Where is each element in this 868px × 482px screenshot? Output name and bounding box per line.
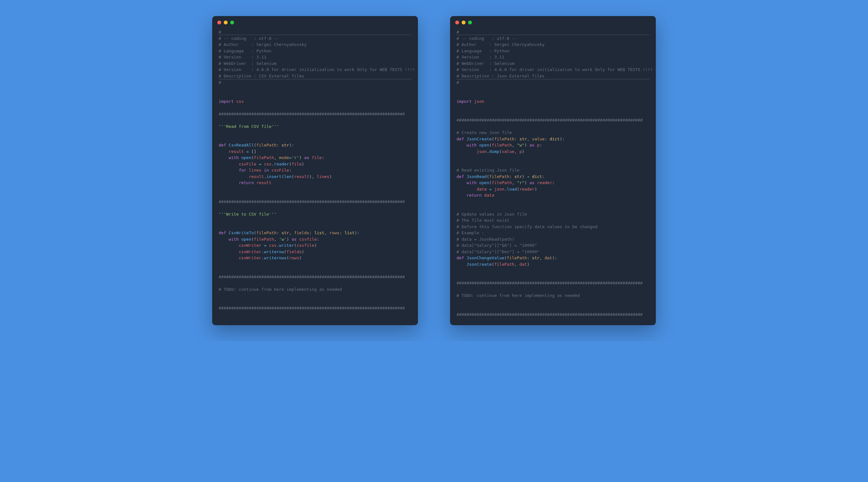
- divider: ########################################…: [219, 199, 405, 204]
- arg: filePath: [254, 237, 274, 242]
- header-line: # Version : 3.11: [457, 55, 504, 59]
- import-kw: import: [457, 99, 472, 104]
- titlebar: [450, 16, 656, 28]
- arg: dat: [520, 262, 527, 267]
- for-kw: for: [239, 168, 246, 172]
- function-name: JsonCreate: [466, 136, 492, 141]
- param: filePath: [494, 136, 515, 141]
- arg: csvfile: [297, 243, 314, 248]
- divider: ########################################…: [457, 118, 643, 122]
- header-line: # Version : 4.6.0 for driver initializat…: [457, 67, 653, 72]
- arg: p: [520, 149, 522, 154]
- comment: # data["Salary"]["QA"] = "10000": [457, 243, 537, 248]
- method: load: [507, 187, 517, 192]
- param: fields: [294, 230, 309, 235]
- variable: data: [477, 187, 487, 192]
- def-kw: def: [457, 136, 464, 141]
- arg: lines: [317, 174, 329, 179]
- method: writerow: [264, 249, 284, 254]
- header-line: # -- coding : utf-8 --: [219, 36, 279, 41]
- variable: file: [312, 155, 322, 160]
- arg: file: [291, 162, 302, 166]
- import-module: csv: [236, 99, 244, 104]
- code-block: # # -- coding : utf-8 -- # Author : Serg…: [450, 28, 656, 325]
- as-kw: as: [291, 237, 297, 242]
- type: str: [282, 143, 289, 148]
- open-fn: open: [241, 237, 251, 242]
- header-line: # Author : Sergei Chernyahovsky: [219, 42, 307, 47]
- with-kw: with: [466, 180, 476, 185]
- header-line: # WebDriver : Selenium: [219, 61, 277, 66]
- header-line: # Author : Sergei Chernyahovsky: [457, 42, 545, 47]
- variable: csvWriter: [239, 255, 261, 260]
- type: list: [344, 230, 354, 235]
- arg: value: [502, 149, 515, 154]
- import-module: json: [474, 99, 484, 104]
- def-kw: def: [457, 255, 464, 260]
- def-kw: def: [219, 230, 226, 235]
- as-kw: as: [529, 180, 535, 185]
- code-window-left: # # -- coding : utf-8 -- # Author : Serg…: [212, 16, 418, 325]
- string: 'w': [279, 237, 286, 242]
- param: filePath: [256, 143, 277, 148]
- as-kw: as: [529, 143, 535, 148]
- header-line: # -- coding : utf-8 --: [457, 36, 517, 41]
- module: csv: [269, 243, 277, 248]
- variable: reader: [537, 180, 552, 185]
- comment: # data["Salary"]["Dev"] = "10000": [457, 249, 539, 254]
- maximize-icon[interactable]: [230, 21, 234, 25]
- comment-create: # Create new Json file: [457, 130, 512, 135]
- comment: # before this function specify data valu…: [457, 224, 597, 229]
- variable: result: [249, 174, 264, 179]
- type: dict: [532, 174, 542, 179]
- type: str: [282, 230, 289, 235]
- arg: filePath: [492, 180, 512, 185]
- param: rows: [329, 230, 339, 235]
- module: csv: [264, 162, 271, 166]
- maximize-icon[interactable]: [468, 21, 472, 25]
- param: value: [532, 136, 545, 141]
- as-kw: as: [304, 155, 309, 160]
- variable: result: [256, 180, 271, 185]
- arg: rows: [289, 255, 299, 260]
- close-icon[interactable]: [455, 21, 459, 25]
- minimize-icon[interactable]: [224, 21, 227, 25]
- builtin: len: [284, 174, 291, 179]
- arg: filePath: [492, 143, 512, 148]
- function-name: JsonRead: [466, 174, 487, 179]
- code-window-right: # # -- coding : utf-8 -- # Author : Serg…: [450, 16, 656, 325]
- arg: filePath: [494, 262, 515, 267]
- comment-hr-bottom: #: [457, 79, 649, 85]
- header-line: # WebDriver : Selenium: [457, 61, 515, 66]
- with-kw: with: [466, 143, 476, 148]
- variable: csvFile: [271, 168, 289, 172]
- section-read: '''Read from CSV file''': [219, 124, 279, 129]
- variable: csvWriter: [239, 249, 261, 254]
- section-write: '''Write to CSV file''': [219, 212, 277, 217]
- comment-hr-top: #: [219, 30, 411, 35]
- method: reader: [274, 162, 289, 166]
- function-name: CsvReadAll: [228, 143, 254, 148]
- method: writerows: [264, 255, 286, 260]
- method: dump: [489, 149, 499, 154]
- param: filePath: [489, 174, 509, 179]
- variable: csvfile: [299, 237, 317, 242]
- import-kw: import: [219, 99, 234, 104]
- open-fn: open: [479, 180, 489, 185]
- comment-hr-bottom: #: [219, 79, 411, 85]
- variable: csvFile: [239, 162, 256, 166]
- todo-comment: # TODO: continue from here implementing …: [219, 287, 342, 292]
- header-line: # Version : 4.6.0 for driver initializat…: [219, 67, 415, 72]
- function-name: JsonChangeValue: [466, 255, 504, 260]
- divider: ########################################…: [219, 275, 405, 279]
- todo-comment: # TODO: continue from here implementing …: [457, 293, 580, 298]
- method: writer: [279, 243, 294, 248]
- divider: ########################################…: [219, 111, 405, 116]
- arg: fields: [286, 249, 302, 254]
- type: list: [314, 230, 324, 235]
- minimize-icon[interactable]: [462, 21, 465, 25]
- param: dat: [545, 255, 552, 260]
- with-kw: with: [228, 237, 239, 242]
- header-line: # Version : 3.11: [219, 55, 267, 59]
- close-icon[interactable]: [217, 21, 221, 25]
